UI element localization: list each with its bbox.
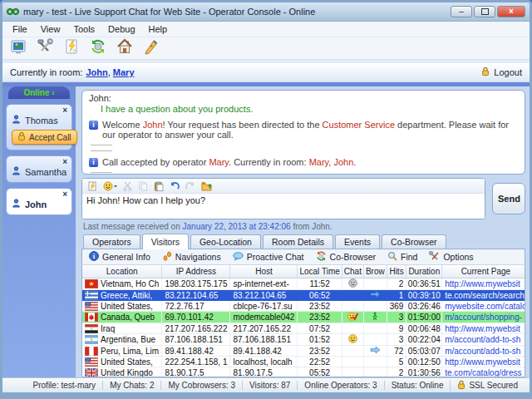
message-part: Mary, John (309, 157, 354, 167)
copy-icon[interactable] (138, 181, 148, 191)
column-header-hits[interactable]: Hits (387, 265, 406, 278)
window-controls: – × (451, 6, 525, 17)
tab-co-browser[interactable]: Co-Browser (382, 234, 446, 249)
visitor-card[interactable]: ×Samantha (6, 155, 72, 183)
table-row[interactable]: United States,222.254.1.158, 1localhost,… (82, 357, 525, 367)
message-part: . Currently in room: (229, 157, 309, 167)
table-row[interactable]: Vietnam, Ho Ch198.203.175.175sp-internet… (82, 278, 525, 290)
table-row[interactable]: Peru, Lima, Lim89.41.188.4289.41.188.422… (82, 346, 525, 357)
cell-local-time: 23:52 (298, 301, 342, 312)
titlebar[interactable]: mary - test - Live Support Chat for Web … (2, 2, 530, 22)
toolbar-general-info[interactable]: iGeneral Info (89, 251, 150, 263)
table-row[interactable]: Canada, Queb69.70.101.42modemcable04223:… (82, 312, 525, 323)
section-tabs: OperatorsVisitorsGeo-LocationRoom Detail… (81, 233, 525, 249)
visitor-sidebar: Online › ×ThomasAccept Call×Samantha×Joh… (2, 86, 76, 377)
cell-ip: 222.254.1.158, 1 (162, 357, 230, 367)
message-input[interactable] (82, 194, 485, 219)
redo-icon[interactable] (185, 181, 195, 191)
column-header-local-time[interactable]: Local Time (298, 265, 342, 278)
last-message-suffix: from John. (291, 222, 332, 231)
maximize-button[interactable] (474, 6, 495, 17)
toolbar-proactive-chat[interactable]: Proactive Chat (233, 252, 304, 263)
toolbar-tools-icon[interactable] (34, 38, 56, 58)
emoticons-icon[interactable] (103, 181, 117, 191)
chat-history[interactable]: John:I have a question about you product… (81, 90, 525, 175)
table-row[interactable]: ۩Iraq217.207.165.222217.207.165.2207:529… (82, 323, 525, 334)
menu-debug[interactable]: Debug (101, 23, 141, 35)
close-icon[interactable]: × (62, 157, 67, 166)
message-part: Mary (209, 157, 229, 167)
tab-geo-location[interactable]: Geo-Location (190, 234, 261, 249)
message-divider (91, 172, 112, 173)
toolbar-find[interactable]: Find (387, 251, 417, 263)
toolbar-options[interactable]: Options (429, 251, 473, 263)
cell-chat-status (342, 290, 363, 301)
table-row[interactable]: United Kingdo81.90.17.581.90.17.505:5220… (82, 367, 525, 378)
cell-chat-status (342, 357, 363, 367)
column-header-ip-address[interactable]: IP Address (162, 265, 230, 278)
toolbar-home-icon[interactable] (114, 38, 135, 58)
cell-hits: 72 (387, 346, 406, 357)
column-header-location[interactable]: Location (82, 265, 162, 278)
push-page-icon[interactable] (87, 181, 97, 191)
tab-room-details[interactable]: Room Details (263, 234, 333, 249)
undo-icon[interactable] (170, 181, 180, 191)
cell-ip: 69.70.101.42 (162, 312, 230, 323)
cell-current-page: te.com/catalog/dress (442, 367, 525, 378)
room-user-link[interactable]: Mary (113, 67, 135, 77)
person-icon (12, 166, 21, 177)
toolbar-refresh-icon[interactable] (87, 38, 109, 58)
menu-tools[interactable]: Tools (66, 23, 101, 35)
visitor-card[interactable]: ×ThomasAccept Call (6, 104, 72, 150)
cell-hits: 3 (387, 334, 406, 346)
cell-hits: 2 (387, 278, 406, 290)
info-icon: i (89, 158, 98, 167)
menu-help[interactable]: Help (142, 23, 175, 35)
toolbar-navigations[interactable]: Navigations (162, 251, 221, 263)
tab-operators[interactable]: Operators (83, 234, 140, 249)
visitor-card[interactable]: ×John (6, 188, 72, 215)
tab-visitors[interactable]: Visitors (142, 234, 189, 249)
column-header-current-page[interactable]: Current Page (442, 265, 525, 278)
cell-local-time: 23:52 (298, 346, 342, 357)
cell-location: United Kingdo (82, 367, 162, 378)
column-header-chat[interactable]: Chat (342, 265, 363, 278)
toolbar-sign-pen-icon[interactable] (140, 38, 162, 58)
close-icon[interactable]: × (62, 106, 67, 115)
cell-location: United States, (82, 301, 162, 312)
cell-ip: 217.207.165.222 (162, 323, 230, 334)
cell-host: 217.207.165.22 (230, 323, 298, 334)
paste-icon[interactable] (154, 181, 164, 191)
cut-icon[interactable] (123, 181, 132, 191)
toolbar-proactive-page-icon[interactable] (61, 38, 82, 58)
table-row[interactable]: Argentina, Bue87.106.188.15187.106.188.1… (82, 334, 525, 346)
status-ssl: SSL Secured (450, 380, 525, 392)
person-icon (12, 199, 21, 209)
column-header-duration[interactable]: Duration (406, 265, 442, 278)
cell-host: 87.106.188.151 (230, 334, 298, 346)
close-icon[interactable]: × (62, 190, 67, 199)
send-file-icon[interactable] (201, 181, 212, 191)
room-user-link[interactable]: John (86, 67, 107, 77)
system-message-text: Call accepted by operator Mary. Currentl… (102, 157, 356, 167)
menu-file[interactable]: File (6, 23, 34, 35)
visitor-name-label: Thomas (25, 116, 58, 126)
toolbar-co-browser[interactable]: Co-Browser (316, 251, 376, 263)
send-button[interactable]: Send (492, 183, 525, 214)
status-tab-online[interactable]: Online › (8, 86, 70, 99)
tab-events[interactable]: Events (335, 234, 380, 249)
toolbar-visitors-monitor-icon[interactable] (7, 38, 29, 58)
visitor-name-label: John (25, 200, 47, 209)
cell-duration: 03:26:46 (406, 301, 442, 312)
tools-icon (37, 38, 53, 58)
table-row[interactable]: United States,72.2.76.17cblcpe-76-17.su2… (82, 301, 525, 312)
logout-button[interactable]: Logout (481, 66, 522, 78)
menu-view[interactable]: View (34, 23, 67, 35)
cell-duration: 00:22:04 (406, 334, 442, 346)
accept-call-button[interactable]: Accept Call (12, 130, 77, 145)
column-header-brow[interactable]: Brow (363, 265, 387, 278)
minimize-button[interactable]: – (451, 6, 472, 17)
close-button[interactable]: × (497, 6, 525, 17)
column-header-host[interactable]: Host (230, 265, 298, 278)
table-row[interactable]: Greece, Attiki,83.212.104.6583.212.104.6… (82, 290, 525, 301)
